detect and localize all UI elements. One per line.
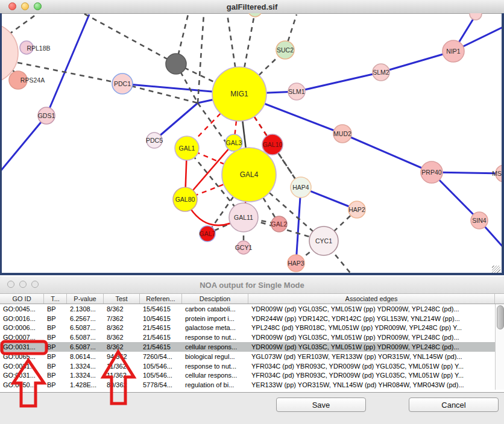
edge-dash[interactable]: [84, 14, 176, 64]
node-label-SLM1: SLM1: [288, 88, 305, 95]
node-label-GAL80: GAL80: [175, 196, 195, 203]
node-pink-partial[interactable]: [470, 13, 482, 20]
column-header-go-id[interactable]: GO ID: [0, 294, 44, 304]
cell: 8/362: [104, 343, 140, 351]
cancel-button[interactable]: Cancel: [409, 398, 499, 412]
noa-titlebar[interactable]: NOA output for Single Mode: [0, 276, 504, 294]
node-label-GAL3: GAL3: [226, 139, 242, 146]
cell: YDR009W (pd) YGL035C, YML051W (pp) YDR00…: [248, 305, 495, 313]
cell: YDR009W (pd) YGL035C, YML051W (pp) YDR00…: [248, 334, 495, 341]
edge-blue[interactable]: [296, 187, 301, 263]
cell: response to nut...: [182, 363, 248, 370]
cell: 80/362: [104, 381, 140, 388]
table-row[interactable]: GO:0065...BP8.0614...94/3627260/54...bio…: [0, 352, 495, 361]
table-row[interactable]: GO:0016...BP6.2567...7/36210/54615protei…: [0, 314, 495, 323]
edge-blue[interactable]: [154, 103, 198, 140]
edge-blue[interactable]: [0, 116, 46, 172]
cell: GO:0031...: [0, 363, 44, 370]
edge-blue[interactable]: [342, 134, 432, 172]
window-border-left: [0, 13, 2, 274]
cell: 6.5087...: [67, 334, 104, 341]
table-bottom-strip: [0, 390, 504, 393]
node-label-NIP1: NIP1: [446, 48, 461, 55]
cell: GO:0031...: [0, 343, 44, 351]
edge-blue[interactable]: [46, 14, 89, 116]
cell: 11/362: [104, 372, 140, 379]
cell: BP: [44, 315, 67, 322]
column-header-associated-edges[interactable]: Associated edges: [248, 294, 495, 304]
node-green-partial[interactable]: [248, 13, 262, 17]
cell: 8/362: [104, 334, 140, 341]
cell: YER133W (pp) YOR315W, YNL145W (pd) YHR08…: [248, 381, 495, 388]
noa-window-title: NOA output for Single Mode: [200, 281, 304, 290]
close-button[interactable]: [7, 281, 14, 288]
node-label-MIG1: MIG1: [230, 90, 248, 98]
network-titlebar[interactable]: galFiltered.sif: [0, 0, 504, 14]
node-label-SLM2: SLM2: [373, 69, 389, 76]
minimize-button[interactable]: [19, 281, 27, 288]
cell: GO:0016...: [0, 315, 44, 322]
close-button[interactable]: [8, 2, 16, 10]
cell: BP: [44, 343, 67, 351]
cell: BP: [44, 372, 67, 379]
zoom-button[interactable]: [34, 2, 42, 10]
cell: 6.2567...: [67, 315, 104, 322]
node-label-GAL10: GAL10: [263, 141, 283, 148]
node-label-CYC1: CYC1: [315, 237, 332, 245]
table-row[interactable]: GO:0006...BP6.5087...8/36221/54615galact…: [0, 323, 495, 333]
node-label-HAP3: HAP3: [288, 260, 304, 267]
node-label-RPL18B: RPL18B: [27, 45, 50, 52]
zoom-button[interactable]: [31, 281, 39, 288]
column-header-referen-[interactable]: Referen...: [140, 294, 182, 304]
network-window: galFiltered.sif RPL18BRPS24APDC1GDS1MIG1…: [0, 0, 504, 276]
save-button[interactable]: Save: [276, 398, 366, 412]
resize-grip[interactable]: [492, 266, 500, 273]
scrollbar-thumb[interactable]: [497, 305, 504, 329]
traffic-lights: [8, 2, 42, 10]
cell: regulation of bi...: [182, 381, 248, 388]
node-label-GAL11: GAL11: [234, 214, 253, 221]
cell: carbon cataboli...: [182, 305, 248, 313]
cell: 21/54615: [140, 324, 182, 331]
cell: GO:0031...: [0, 372, 44, 379]
table-row[interactable]: GO:0045...BP2.1308...8/36215/54615carbon…: [0, 304, 495, 314]
column-header-desciption[interactable]: Desciption: [182, 294, 248, 304]
column-header-p-value[interactable]: P-value: [67, 294, 104, 304]
screen: galFiltered.sif RPL18BRPS24APDC1GDS1MIG1…: [0, 0, 504, 424]
node-label-GDS1: GDS1: [38, 112, 55, 119]
cell: 7/362: [104, 315, 140, 322]
cell: BP: [44, 334, 67, 341]
edge-blue[interactable]: [297, 72, 381, 92]
node-label-SUC2: SUC2: [277, 46, 294, 54]
minimize-button[interactable]: [21, 2, 29, 10]
vertical-scrollbar[interactable]: [495, 304, 504, 390]
cell: 8/362: [104, 324, 140, 331]
node-label-GAL4: GAL4: [240, 170, 259, 179]
node-label-SIN4: SIN4: [472, 217, 487, 224]
column-header-t-[interactable]: T...: [44, 294, 67, 304]
cell: protein import i...: [182, 315, 248, 322]
node-label-PDC1: PDC1: [114, 80, 131, 87]
table-row[interactable]: GO:0031...BP1.3324...11/362105/546...res…: [0, 361, 495, 371]
node-gray[interactable]: [166, 54, 186, 74]
cell: YPL248C (pd) YBR018C, YML051W (pp) YDR00…: [248, 324, 495, 331]
table-row[interactable]: GO:0031...BP1.3324...11/362105/546...cel…: [0, 371, 495, 381]
cell: biological regul...: [182, 353, 248, 360]
cell: GO:0050...: [0, 381, 44, 388]
table-row[interactable]: GO:0007...BP6.5087...8/36221/54615respon…: [0, 332, 495, 342]
cell: response to nut...: [182, 334, 248, 341]
cell: 5778/54...: [140, 381, 182, 388]
column-header-test[interactable]: Test: [104, 294, 140, 304]
cell: YFR034C (pd) YBR093C, YDR009W (pd) YGL03…: [248, 363, 495, 370]
cell: YDR244W (pp) YDR142C, YDR142C (pp) YGL15…: [248, 315, 495, 322]
table-header: GO IDT...P-valueTestReferen...Desciption…: [0, 293, 504, 304]
cell: BP: [44, 324, 67, 331]
table-row[interactable]: GO:0050...BP1.428E...80/3625778/54...reg…: [0, 380, 495, 390]
cell: 10/54615: [140, 315, 182, 322]
table-row[interactable]: GO:0031...BP6.5087...8/36221/54615cellul…: [0, 342, 495, 352]
cell: 2.1308...: [67, 305, 104, 313]
cell: 6.5087...: [67, 343, 104, 351]
cell: YGL073W (pd) YER103W, YER133W (pp) YOR31…: [248, 353, 495, 360]
column-header-corner: [495, 294, 504, 304]
network-canvas[interactable]: RPL18BRPS24APDC1GDS1MIG1SUC2SLM1SLM2NIP1…: [0, 13, 504, 274]
